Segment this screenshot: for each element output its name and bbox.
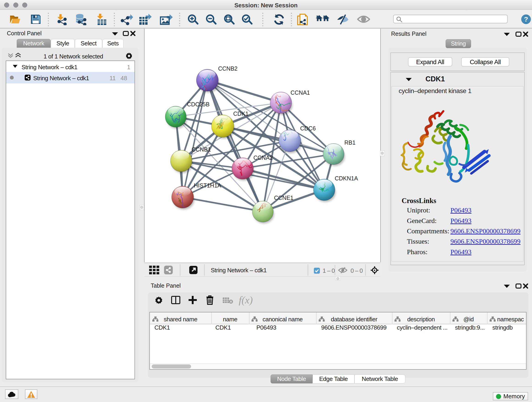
svg-text:CCNA1: CCNA1: [291, 89, 310, 96]
svg-text:CCNB1: CCNB1: [191, 146, 211, 153]
svg-text:CCNA2: CCNA2: [253, 154, 273, 161]
svg-text:CDC25B: CDC25B: [187, 101, 210, 108]
svg-text:CCNB2: CCNB2: [218, 65, 238, 72]
svg-text:CDC6: CDC6: [300, 125, 316, 132]
svg-text:CCNE1: CCNE1: [274, 195, 293, 201]
svg-text:?: ?: [524, 15, 528, 23]
svg-text:HIST1H1A: HIST1H1A: [194, 182, 221, 189]
svg-text:RB1: RB1: [344, 139, 355, 146]
svg-text:CDKN1A: CDKN1A: [335, 175, 358, 182]
svg-text:CDK1: CDK1: [233, 110, 249, 117]
